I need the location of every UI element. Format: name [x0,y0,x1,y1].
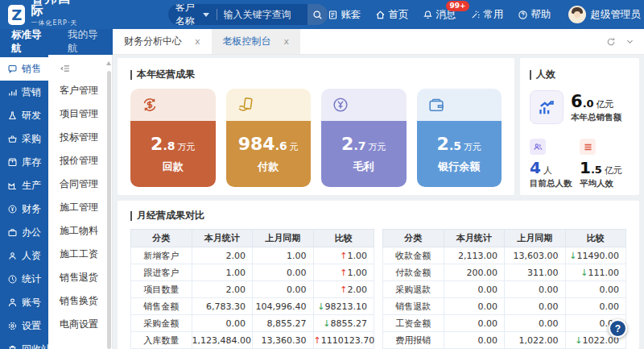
row-previous: 8,855.27 [253,315,314,332]
card-bank-balance[interactable]: 2.5万元 银行余额 [417,89,502,187]
row-category: 工资金额 [383,315,444,332]
tab-boss-console[interactable]: 老板控制台 x [212,29,301,54]
help-floating-button[interactable]: ? [609,319,627,338]
row-category: 跟进客户 [131,264,192,281]
menu-item-favorites[interactable]: 常用 [470,8,504,22]
avg-efficiency-label: 平均人效 [580,178,630,189]
card-gross-profit[interactable]: 2.7万元 毛利 [321,89,407,187]
card-value-decimal: .6 [275,139,287,152]
avg-efficiency-stat: 1.5亿元 平均人效 [580,139,630,189]
trend-arrow-icon: ↓ [317,301,324,312]
search-button[interactable] [308,4,328,25]
tab-standard-nav[interactable]: 标准导航 [0,28,56,56]
sidebar-item-purchasing[interactable]: 采购 [0,127,48,151]
menu-item-help[interactable]: 帮助 [518,8,551,22]
sidebar-item-production[interactable]: 生产 [0,174,48,197]
row-current: 2.00 [192,247,253,264]
app-logo[interactable]: Z 智邦国际 一体化ERP·天时 [8,0,78,29]
row-category: 费用报销 [383,332,444,349]
diff-value: 8855.27 [331,318,368,329]
search-input[interactable] [217,9,308,20]
row-current: 6,783.30 [192,298,253,315]
submenu-item-quotation-mgmt[interactable]: 报价管理 [48,149,112,172]
column-header: 比较 [313,230,374,247]
wallet-icon [427,96,445,114]
navigation-row: 标准导航 我的导航 财务分析中心 x 老板控制台 x [0,29,644,55]
row-current: 2,113.00 [444,247,505,264]
card-label: 付款 [258,160,279,174]
submenu-item-bidding-mgmt[interactable]: 投标管理 [48,126,112,149]
scroll-up-arrow-icon[interactable] [106,61,111,65]
card-label: 回款 [163,160,184,174]
submenu-item-construction-mgmt[interactable]: 施工管理 [48,196,112,219]
total-sales-unit: 亿元 [597,98,614,110]
headcount-unit: 人 [543,164,552,177]
refresh-icon[interactable] [606,37,616,47]
message-count-badge: 99+ [446,1,469,11]
sidebar-item-rnd[interactable]: 研发 [0,104,48,127]
submenu-item-contract-mgmt[interactable]: 合同管理 [48,172,112,196]
menu-item-account-set[interactable]: 账套 [328,8,361,22]
tab-my-nav[interactable]: 我的导航 [56,28,113,56]
card-payment[interactable]: 984.6元 付款 [226,89,312,187]
submenu-item-sales-returns[interactable]: 销售退货 [48,266,112,289]
column-header: 分类 [131,230,192,247]
row-current: 0.00 [444,298,505,315]
sidebar-item-finance[interactable]: 财务 [0,197,48,221]
clock-icon [7,274,18,285]
row-current: 200.00 [444,264,505,281]
submenu-item-ecommerce-settings[interactable]: 电商设置 [48,313,112,336]
sidebar-item-marketing[interactable]: 营销 [0,81,48,104]
table-row: 跟进客户1.000.00↑1.00 [131,264,374,281]
sidebar-item-hr[interactable]: 人资 [0,244,48,268]
sidebar-item-account[interactable]: 账号 [0,291,48,314]
speech-bubble-icon [7,64,18,74]
submenu-item-construction-material[interactable]: 施工物料 [48,219,112,243]
submenu-item-construction-wages[interactable]: 施工工资 [48,243,112,266]
row-category: 采购退款 [383,281,444,298]
column-header: 上月同期 [253,230,314,247]
close-icon[interactable]: x [284,36,290,47]
submenu-scrollbar[interactable] [107,71,111,349]
tab-finance-analysis[interactable]: 财务分析中心 x [113,29,212,54]
sidebar-item-label: 回收站 [22,343,48,349]
sidebar-item-label: 销售 [22,62,41,76]
close-icon[interactable]: x [195,36,200,47]
submenu-item-project-mgmt[interactable]: 项目管理 [48,102,112,126]
table-row: 采购退款0.000.000.00 [383,281,626,298]
menu-item-messages[interactable]: 消息 99+ [423,8,456,22]
table-header-row: 分类 本月统计 上月同期 比较 [131,230,374,247]
table-row: 收款金额2,113.0013,603.00↓11490.00 [383,247,626,264]
menu-label: 首页 [389,8,409,22]
table-row: 销售金额6,783.30104,996.40↓98213.10 [131,298,374,315]
home-icon [375,10,386,20]
sidebar-item-label: 设置 [22,319,41,333]
menu-item-home[interactable]: 首页 [375,8,409,22]
submenu-item-customer-mgmt[interactable]: 客户管理 [48,79,112,102]
row-category: 采购金额 [131,315,192,332]
diff-value: 1.00 [348,268,368,278]
sidebar-item-label: 库存 [22,156,41,169]
help-icon [518,10,528,20]
row-category: 销售退款 [383,298,444,315]
sidebar-item-inventory[interactable]: 库存 [0,151,48,174]
row-category: 新增客户 [131,247,192,264]
sidebar-item-sales[interactable]: 销售 [0,57,48,81]
sidebar-item-label: 研发 [22,109,41,123]
chevron-down-icon[interactable] [625,37,634,46]
headcount-stat: 4人 目前总人数 [530,139,580,189]
sidebar-item-label: 办公 [22,226,41,239]
ledger-icon [328,10,338,20]
card-refund[interactable]: 2.8万元 回款 [130,89,216,187]
sidebar-item-recycle-bin[interactable]: 回收站 [0,338,48,349]
sidebar-item-office[interactable]: 办公 [0,221,48,244]
column-header: 比较 [565,230,626,247]
sidebar-item-settings[interactable]: 设置 [0,314,48,338]
collapse-menu-icon[interactable] [48,60,112,79]
row-category: 付款金额 [383,264,444,281]
submenu-item-sales-exchange[interactable]: 销售换货 [48,289,112,313]
search-category-dropdown[interactable]: 客户名称 [168,4,217,25]
sidebar-item-statistics[interactable]: 统计 [0,268,48,291]
user-menu[interactable]: 超级管理员 [568,6,642,23]
row-diff: 0.00 [565,298,626,315]
